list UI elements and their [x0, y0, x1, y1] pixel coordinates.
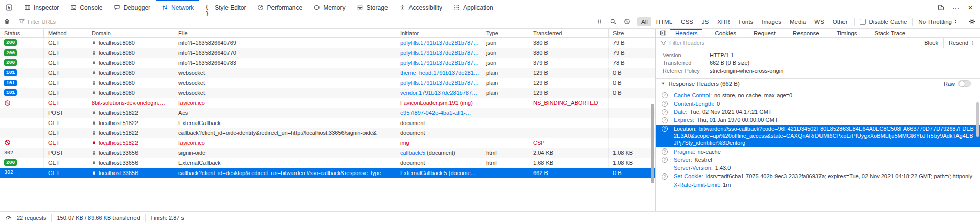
throttling-dropdown[interactable]: No Throttling	[913, 19, 964, 25]
filter-pill-js[interactable]: JS	[698, 17, 712, 26]
filter-pill-html[interactable]: HTML	[653, 17, 676, 26]
request-row[interactable]: 200GETlocalhost:8080info?t=1635826640769…	[0, 38, 655, 48]
response-header-row[interactable]: ?ExpiresThu, 01 Jan 1970 00:00:00 GMT	[656, 116, 980, 124]
response-header-row[interactable]: ?Cache-Controlno-store, no-cache, max-ag…	[656, 91, 980, 99]
request-row[interactable]: GETlocalhost:51822ExternalCallbackdocume…	[0, 118, 655, 128]
filter-headers-input[interactable]	[669, 40, 915, 46]
element-picker-button[interactable]	[0, 0, 18, 15]
filter-pill-css[interactable]: CSS	[677, 17, 697, 26]
help-icon[interactable]: ?	[662, 117, 668, 123]
pause-traffic-button[interactable]	[592, 18, 606, 25]
request-row[interactable]: GETlocalhost:51822callback?client_id=oid…	[0, 128, 655, 138]
summary-value: 662 B (0 B size)	[710, 60, 749, 66]
network-settings-button[interactable]	[964, 18, 980, 25]
details-tab-response[interactable]: Response	[788, 29, 825, 37]
twisty-down-icon[interactable]: ▼	[661, 81, 665, 86]
request-row[interactable]: 200GETlocalhost:8080info?t=1635826640770…	[0, 48, 655, 58]
request-row[interactable]: 302GETlocalhost:33656callback?client_id=…	[0, 168, 655, 178]
response-header-row[interactable]: ?Set-Cookieidsrv=adf6cba1-7075-402b-9ec3…	[656, 172, 980, 180]
filter-pill-fonts[interactable]: Fonts	[735, 17, 757, 26]
details-tab-timings[interactable]: Timings	[832, 29, 862, 37]
details-tab-stack-trace[interactable]: Stack Trace	[870, 29, 911, 37]
initiator-link[interactable]: theme_head.1791b137de281…	[400, 70, 480, 76]
initiator-link[interactable]: polyfills.1791b137de281b787…	[400, 60, 479, 66]
column-header-method[interactable]: Method	[44, 29, 87, 37]
split-panel-toggle-button[interactable]	[656, 29, 670, 37]
filter-pill-xhr[interactable]: XHR	[714, 17, 733, 26]
request-list-scrollbar[interactable]	[651, 104, 654, 183]
request-row[interactable]: 101GETlocalhost:8080websocketpolyfills.1…	[0, 78, 655, 88]
details-tab-request[interactable]: Request	[748, 29, 781, 37]
tab-accessibility[interactable]: Accessibility	[394, 0, 448, 15]
tab-storage[interactable]: Storage	[351, 0, 394, 15]
raw-toggle-switch[interactable]	[958, 80, 971, 87]
tab-memory[interactable]: Memory	[308, 0, 351, 15]
initiator-link[interactable]: FaviconLoader.jsm:191	[400, 99, 459, 106]
search-button[interactable]	[606, 18, 620, 25]
response-header-row[interactable]: Server-Version1.43.0	[656, 164, 980, 172]
initiator-link[interactable]: e957f897-042e-4ba1-aff1-…	[400, 110, 471, 116]
request-row[interactable]: 302POSTlocalhost:33656signin-oidccallbac…	[0, 148, 655, 158]
initiator-link[interactable]: polyfills.1791b137de281b787…	[400, 40, 479, 46]
help-icon[interactable]: ?	[662, 157, 668, 163]
disable-cache-checkbox[interactable]	[860, 19, 866, 25]
response-header-row[interactable]: ?Pragmano-cache	[656, 147, 980, 156]
tab-performance[interactable]: Performance	[252, 0, 308, 15]
filter-pill-images[interactable]: Images	[758, 17, 785, 26]
requests-count[interactable]: 22 requests	[12, 215, 51, 221]
filter-pill-all[interactable]: All	[637, 17, 651, 26]
request-row[interactable]: GET8bit-solutions-dev.onelogin.…favicon.…	[0, 98, 655, 108]
filter-pill-other[interactable]: Other	[829, 17, 851, 26]
request-row[interactable]: 200GETlocalhost:8080info?t=1635826640783…	[0, 58, 655, 68]
help-icon[interactable]: ?	[662, 173, 668, 180]
response-header-row[interactable]: ?DateTue, 02 Nov 2021 04:17:21 GMT	[656, 108, 980, 116]
tab-application[interactable]: Application	[448, 0, 499, 15]
request-row[interactable]: POSTlocalhost:51822Acse957f897-042e-4ba1…	[0, 108, 655, 118]
help-icon[interactable]: ?	[662, 109, 668, 115]
response-header-row[interactable]: ?Locationbitwarden://sso-callback?code=9…	[656, 125, 980, 147]
close-icon[interactable]: ✕	[968, 4, 973, 11]
column-header-size[interactable]: Size	[609, 29, 656, 37]
response-header-row[interactable]: ?Content-Length0	[656, 99, 980, 108]
filter-urls-input[interactable]	[28, 19, 588, 25]
blocking-button[interactable]	[620, 18, 634, 25]
responsive-design-mode-icon[interactable]	[938, 4, 944, 11]
request-row[interactable]: 101GETlocalhost:8080websocketvendor.1791…	[0, 88, 655, 98]
column-header-status[interactable]: Status	[0, 29, 44, 37]
response-headers-section-header[interactable]: ▼ Response Headers (662 B) Raw	[656, 78, 980, 89]
performance-analysis-button[interactable]	[0, 215, 12, 221]
help-icon[interactable]: ?	[662, 148, 668, 155]
tab-console[interactable]: Console	[64, 0, 108, 15]
help-icon[interactable]: ?	[662, 126, 668, 132]
help-icon[interactable]: ?	[662, 101, 668, 107]
column-header-type[interactable]: Type	[482, 29, 529, 37]
help-icon[interactable]: ?	[662, 92, 668, 98]
details-tab-cookies[interactable]: Cookies	[710, 29, 741, 37]
initiator-link[interactable]: polyfills.1791b137de281b787…	[400, 80, 479, 86]
resend-button[interactable]: Resend	[943, 38, 980, 48]
request-row[interactable]: GETlocalhost:51822favicon.icoimgCSP	[0, 138, 655, 148]
column-header-transferred[interactable]: Transferred	[529, 29, 609, 37]
response-header-row[interactable]: X-Rate-Limit-Limit1m	[656, 181, 980, 189]
initiator-link[interactable]: callback:5	[400, 150, 425, 156]
block-button[interactable]: Block	[919, 38, 943, 48]
tab-network[interactable]: Network	[156, 0, 199, 15]
disable-cache-control[interactable]: Disable Cache	[855, 19, 913, 25]
details-tab-headers[interactable]: Headers	[670, 29, 702, 37]
request-row[interactable]: 200GETlocalhost:33656ExternalCallbackdoc…	[0, 158, 655, 168]
response-header-row[interactable]: ?ServerKestrel	[656, 156, 980, 164]
initiator-link[interactable]: polyfills.1791b137de281b787…	[400, 49, 479, 56]
tab-style-editor[interactable]: { }Style Editor	[199, 0, 252, 15]
tab-debugger[interactable]: Debugger	[108, 0, 156, 15]
filter-pill-ws[interactable]: WS	[811, 17, 828, 26]
tab-inspector[interactable]: Inspector	[18, 0, 64, 15]
column-header-file[interactable]: File	[174, 29, 396, 37]
column-header-domain[interactable]: Domain	[87, 29, 174, 37]
headers-panel-scrollbar[interactable]	[976, 102, 979, 137]
request-row[interactable]: 101GETlocalhost:8080websockettheme_head.…	[0, 68, 655, 78]
clear-requests-button[interactable]	[0, 18, 14, 25]
filter-pill-media[interactable]: Media	[786, 17, 809, 26]
column-header-initiator[interactable]: Initiator	[396, 29, 482, 37]
meatball-menu-icon[interactable]: ⋯	[952, 4, 960, 11]
initiator-link[interactable]: vendor.1791b137de281b787…	[400, 90, 477, 96]
